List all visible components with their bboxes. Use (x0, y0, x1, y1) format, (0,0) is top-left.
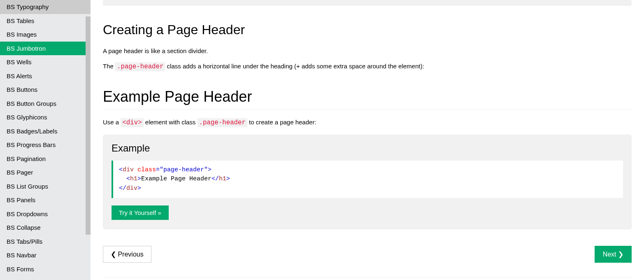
sidebar-item-bs-typography[interactable]: BS Typography (0, 0, 91, 14)
section-heading: Creating a Page Header (103, 22, 632, 37)
scrollbar-track[interactable] (86, 16, 91, 235)
text-span: to create a page header: (247, 119, 316, 126)
page-header-demo: Example Page Header (103, 88, 632, 110)
sidebar-item-bs-buttons[interactable]: BS Buttons (0, 83, 91, 97)
divider (103, 278, 632, 278)
sidebar-item-bs-wells[interactable]: BS Wells (0, 55, 91, 69)
sidebar-item-bs-forms[interactable]: BS Forms (0, 262, 91, 276)
try-it-yourself-button[interactable]: Try it Yourself » (112, 205, 169, 220)
sidebar-item-bs-inputs[interactable]: BS Inputs (0, 276, 91, 280)
paragraph-3: Use a <div> element with class .page-hea… (103, 118, 632, 128)
sidebar-item-bs-glyphicons[interactable]: BS Glyphicons (0, 110, 91, 124)
sidebar-item-bs-panels[interactable]: BS Panels (0, 193, 91, 207)
sidebar-item-bs-tables[interactable]: BS Tables (0, 14, 91, 28)
sidebar-item-bs-alerts[interactable]: BS Alerts (0, 69, 91, 83)
sidebar-item-bs-pager[interactable]: BS Pager (0, 166, 91, 180)
previous-button[interactable]: ❮ Previous (103, 246, 151, 263)
example-label: Example (112, 142, 623, 154)
top-gray-bar (103, 0, 632, 6)
sidebar-item-bs-pagination[interactable]: BS Pagination (0, 152, 91, 166)
sidebar-item-bs-dropdowns[interactable]: BS Dropdowns (0, 207, 91, 221)
text-span: element with class (144, 119, 198, 126)
sidebar-nav: BS TypographyBS TablesBS ImagesBS Jumbot… (0, 0, 91, 280)
sidebar-item-bs-button-groups[interactable]: BS Button Groups (0, 97, 91, 111)
pager: ❮ Previous Next ❯ (103, 246, 632, 263)
paragraph-1: A page header is like a section divider. (103, 47, 632, 56)
sidebar-item-bs-list-groups[interactable]: BS List Groups (0, 180, 91, 194)
sidebar-item-bs-images[interactable]: BS Images (0, 28, 91, 42)
sidebar-item-bs-navbar[interactable]: BS Navbar (0, 248, 91, 262)
code-page-header-2: .page-header (198, 118, 247, 127)
next-button[interactable]: Next ❯ (595, 246, 632, 263)
text-span: class adds a horizontal line under the h… (165, 63, 424, 70)
sidebar-item-bs-collapse[interactable]: BS Collapse (0, 221, 91, 235)
code-block: <div class="page-header"> <h1>Example Pa… (112, 161, 623, 198)
sidebar-item-bs-badges-labels[interactable]: BS Badges/Labels (0, 124, 91, 138)
sidebar-item-bs-progress-bars[interactable]: BS Progress Bars (0, 138, 91, 152)
sidebar-item-bs-tabs-pills[interactable]: BS Tabs/Pills (0, 235, 91, 249)
code-page-header: .page-header (115, 62, 165, 71)
demo-heading: Example Page Header (103, 88, 632, 105)
text-span: The (103, 63, 115, 70)
example-box: Example <div class="page-header"> <h1>Ex… (103, 135, 632, 230)
sidebar-item-bs-jumbotron[interactable]: BS Jumbotron (0, 42, 91, 56)
main-content: Creating a Page Header A page header is … (91, 0, 644, 280)
code-div-tag: <div> (121, 118, 143, 127)
text-span: Use a (103, 119, 121, 126)
paragraph-2: The .page-header class adds a horizontal… (103, 62, 632, 72)
